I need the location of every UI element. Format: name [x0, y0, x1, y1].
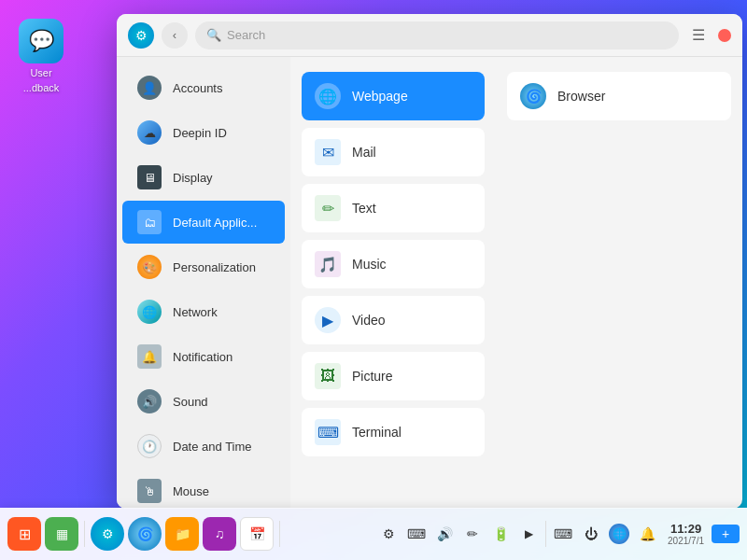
app-item-text[interactable]: ✏ Text: [302, 184, 485, 232]
accounts-label: Accounts: [173, 81, 222, 95]
default-apps-label: Default Applic...: [173, 216, 257, 230]
tray-pen[interactable]: ✏: [459, 521, 486, 547]
tray-power[interactable]: ⏻: [578, 521, 604, 547]
desktop-user-icon[interactable]: 💬 User ...dback: [19, 19, 63, 93]
window-body: 👤 Accounts ☁ Deepin ID 🖥 Display 🗂 Defau…: [117, 57, 742, 509]
display-icon: 🖥: [137, 165, 162, 189]
sound-label: Sound: [173, 395, 208, 409]
taskbar-divider-2: [279, 521, 280, 547]
datetime-icon: 🕐: [137, 434, 162, 458]
apps-panel: 🌐 Webpage ✉ Mail ✏ Text 🎵 Music: [290, 57, 496, 509]
mail-icon: ✉: [315, 139, 341, 165]
default-apps-icon: 🗂: [137, 210, 162, 234]
personalization-icon: 🎨: [137, 255, 162, 279]
taskbar-add-button[interactable]: +: [712, 525, 740, 543]
mouse-icon: 🖱: [137, 479, 162, 503]
sidebar: 👤 Accounts ☁ Deepin ID 🖥 Display 🗂 Defau…: [117, 57, 290, 509]
search-placeholder: Search: [227, 28, 265, 42]
taskbar-time: 11:29 2021/7/1: [668, 522, 704, 546]
tray-settings[interactable]: ⚙: [375, 521, 402, 547]
picture-icon: 🖼: [315, 363, 341, 389]
tray-volume[interactable]: 🔊: [431, 521, 458, 547]
notification-label: Notification: [173, 350, 233, 364]
sidebar-item-deepin-id[interactable]: ☁ Deepin ID: [122, 111, 285, 154]
taskbar-multitask[interactable]: ▦: [45, 517, 78, 551]
search-bar[interactable]: 🔍 Search: [195, 21, 679, 49]
webpage-label: Webpage: [352, 89, 408, 104]
tray-kb2[interactable]: ⌨: [550, 521, 576, 547]
browser-item[interactable]: 🌀 Browser: [507, 72, 731, 120]
taskbar-music[interactable]: ♫: [203, 517, 236, 551]
tray-arrow[interactable]: ▶: [515, 521, 542, 547]
music-label: Music: [352, 257, 387, 272]
terminal-label: Terminal: [352, 425, 402, 440]
text-icon: ✏: [315, 195, 341, 221]
app-item-terminal[interactable]: ⌨ Terminal: [302, 408, 485, 456]
tray-divider: [545, 521, 546, 547]
back-button[interactable]: ‹: [162, 22, 188, 49]
date-display: 2021/7/1: [668, 536, 704, 546]
close-button[interactable]: [718, 29, 731, 42]
taskbar-calendar[interactable]: 📅: [240, 517, 274, 551]
mail-label: Mail: [352, 145, 376, 160]
sidebar-item-accounts[interactable]: 👤 Accounts: [122, 66, 285, 109]
video-icon: ▶: [315, 307, 341, 333]
app-item-webpage[interactable]: 🌐 Webpage: [302, 72, 485, 120]
mouse-label: Mouse: [173, 484, 209, 498]
search-icon: 🔍: [206, 28, 221, 42]
tray-bell[interactable]: 🔔: [634, 521, 660, 547]
taskbar-divider-1: [84, 521, 85, 547]
deepin-id-label: Deepin ID: [173, 126, 227, 140]
taskbar-tray: ⚙ ⌨ 🔊 ✏ 🔋 ▶ ⌨ ⏻ 🌐 🔔: [375, 521, 660, 547]
user-icon-img: 💬: [19, 19, 63, 63]
main-content: 🌐 Webpage ✉ Mail ✏ Text 🎵 Music: [290, 57, 742, 509]
taskbar-browser[interactable]: 🌀: [128, 517, 162, 551]
sidebar-item-mouse[interactable]: 🖱 Mouse: [122, 469, 285, 509]
tray-earth[interactable]: 🌐: [606, 521, 632, 547]
music-icon: 🎵: [315, 251, 341, 277]
network-icon: 🌐: [137, 300, 162, 324]
tray-keyboard[interactable]: ⌨: [403, 521, 430, 547]
sound-icon: 🔊: [137, 389, 162, 413]
sidebar-item-sound[interactable]: 🔊 Sound: [122, 380, 285, 423]
taskbar-settings[interactable]: ⚙: [91, 517, 124, 551]
right-panel: 🌀 Browser: [496, 57, 742, 509]
terminal-icon: ⌨: [315, 419, 341, 445]
sidebar-item-notification[interactable]: 🔔 Notification: [122, 335, 285, 378]
settings-title-icon: ⚙: [128, 22, 154, 49]
menu-button[interactable]: ☰: [686, 22, 711, 48]
notification-icon: 🔔: [137, 344, 162, 369]
display-label: Display: [173, 171, 213, 185]
browser-icon: 🌀: [520, 83, 546, 109]
webpage-icon: 🌐: [315, 83, 341, 109]
settings-window: ⚙ ‹ 🔍 Search ☰ 👤 Accounts ☁ Deepin ID 🖥: [117, 14, 742, 509]
browser-label: Browser: [557, 89, 605, 104]
sidebar-item-default-apps[interactable]: 🗂 Default Applic...: [122, 201, 285, 244]
sidebar-item-display[interactable]: 🖥 Display: [122, 156, 285, 199]
personalization-label: Personalization: [173, 260, 256, 274]
title-bar: ⚙ ‹ 🔍 Search ☰: [117, 14, 742, 57]
taskbar-launcher[interactable]: ⊞: [7, 517, 41, 551]
app-item-mail[interactable]: ✉ Mail: [302, 128, 485, 176]
taskbar-files[interactable]: 📁: [165, 517, 199, 551]
picture-label: Picture: [352, 369, 393, 384]
accounts-icon: 👤: [137, 76, 162, 100]
user-label-1: User: [30, 67, 51, 78]
time-display: 11:29: [670, 522, 701, 536]
app-item-music[interactable]: 🎵 Music: [302, 240, 485, 288]
datetime-label: Date and Time: [173, 440, 252, 454]
network-label: Network: [173, 305, 218, 319]
sidebar-item-network[interactable]: 🌐 Network: [122, 290, 285, 333]
sidebar-item-personalization[interactable]: 🎨 Personalization: [122, 245, 285, 288]
app-item-picture[interactable]: 🖼 Picture: [302, 352, 485, 400]
app-item-video[interactable]: ▶ Video: [302, 296, 485, 344]
tray-battery[interactable]: 🔋: [487, 521, 514, 547]
text-label: Text: [352, 201, 376, 216]
taskbar: ⊞ ▦ ⚙ 🌀 📁 ♫ 📅 ⚙ ⌨ 🔊 ✏ 🔋 ▶ ⌨ ⏻ 🌐 🔔 11:29 …: [0, 508, 747, 560]
user-label-2: ...dback: [23, 82, 60, 93]
sidebar-item-datetime[interactable]: 🕐 Date and Time: [122, 425, 285, 468]
video-label: Video: [352, 313, 386, 328]
deepin-id-icon: ☁: [137, 120, 162, 145]
